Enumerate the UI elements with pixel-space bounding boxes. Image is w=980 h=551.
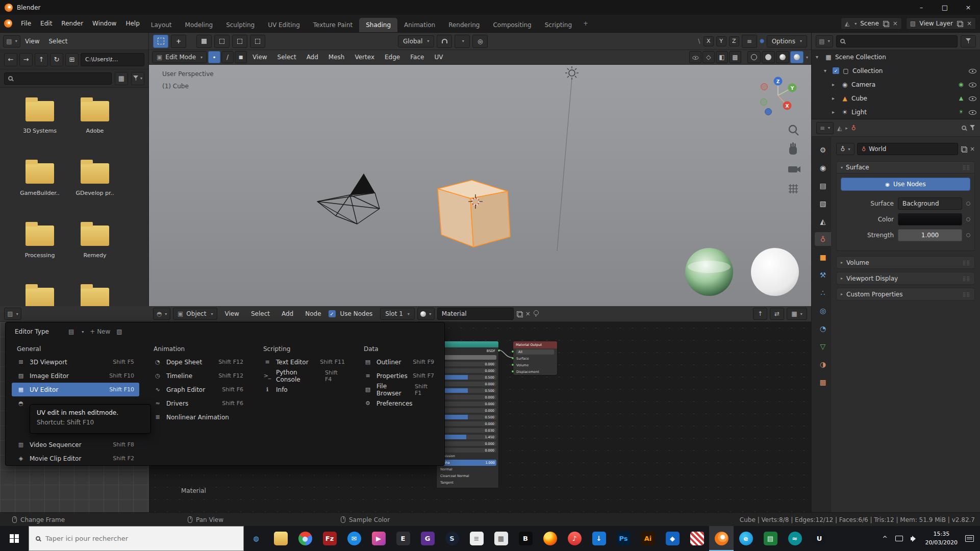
material-shading-button[interactable]	[776, 51, 789, 63]
copy-world-button[interactable]	[961, 146, 967, 153]
properties-tab-particles[interactable]: ∴	[815, 286, 831, 299]
editor-menu-item[interactable]: ℹInfo	[258, 383, 350, 396]
unlink-material-button[interactable]: ×	[525, 310, 531, 317]
properties-tab-output[interactable]: ▤	[815, 179, 831, 192]
properties-tab-world[interactable]: ♁	[815, 232, 831, 246]
material-name-field[interactable]: Material	[437, 308, 514, 320]
viewport-menu[interactable]: UV	[430, 50, 447, 64]
firefox-icon[interactable]	[538, 526, 562, 551]
pan-hand-icon[interactable]	[789, 142, 797, 155]
output-node-row[interactable]: Displacement	[513, 368, 557, 375]
surface-panel-header[interactable]: ▾ Surface ⣿⣿	[836, 161, 975, 173]
outliner-row[interactable]: ▸ ✓ ☀ Light ☀	[812, 105, 980, 119]
steam-icon[interactable]: S	[440, 526, 464, 551]
blue-app-icon[interactable]: ◆	[660, 526, 685, 551]
node-snapping-dropdown[interactable]: ▦▾	[787, 308, 807, 320]
taskbar-clock[interactable]: 15:35 20/03/2020	[925, 530, 958, 547]
maximize-button[interactable]: □	[933, 0, 957, 15]
animate-dot-icon[interactable]	[966, 217, 970, 221]
viewport-menu[interactable]: Add	[302, 50, 323, 64]
editor-menu-item[interactable]: ▥Video SequencerShift F8	[12, 438, 139, 452]
mail-app-icon[interactable]: ✉	[342, 526, 366, 551]
select-mode-extend-button[interactable]	[214, 35, 230, 48]
node-input-row[interactable]: Alpha1.000	[439, 460, 496, 466]
shader-editor-menu[interactable]: Node	[300, 306, 325, 321]
editor-type-button[interactable]: ▨▾	[4, 308, 21, 320]
minimize-button[interactable]: –	[910, 0, 933, 15]
outliner-search-input[interactable]	[836, 35, 958, 47]
folder-item[interactable]: Processing	[12, 218, 67, 281]
collection-checkbox[interactable]: ✓	[833, 67, 839, 74]
workspace-tab[interactable]: Sculpting	[219, 18, 261, 32]
outliner-item-label[interactable]: Camera	[851, 81, 875, 88]
surface-type-dropdown[interactable]: Background	[898, 197, 962, 210]
workspace-tab[interactable]: Modeling	[179, 18, 220, 32]
proportional-editing-button[interactable]: ◎	[472, 35, 488, 48]
menubar-menu[interactable]: Render	[57, 15, 88, 32]
base-color-swatch[interactable]	[439, 355, 496, 360]
menubar-menu[interactable]: File	[16, 15, 36, 32]
path-field[interactable]: C:\Users\t...	[81, 53, 144, 66]
editor-menu-item[interactable]: ⊞3D ViewportShift F5	[12, 355, 139, 369]
node-slider[interactable]: 0.000	[439, 421, 496, 426]
visibility-eye-icon[interactable]	[968, 108, 976, 116]
tweak-tool-button[interactable]: +	[171, 35, 186, 48]
node-slider[interactable]: 0.000	[439, 395, 496, 399]
viewport-scene[interactable]: Z Y X	[149, 65, 811, 306]
snapping-icon-button[interactable]: ≡	[742, 35, 757, 48]
options-dropdown[interactable]: Options▾	[767, 35, 807, 47]
remove-view-layer-button[interactable]: ×	[967, 20, 972, 27]
green-app-icon[interactable]: ▤	[758, 526, 783, 551]
network-icon[interactable]	[895, 536, 903, 541]
properties-tab-view-layer[interactable]: ▧	[815, 196, 831, 210]
forward-button[interactable]: →	[19, 53, 33, 66]
media-app-icon[interactable]: ▶	[366, 526, 391, 551]
folder-item[interactable]: Remedy	[67, 218, 122, 281]
editor-menu-item[interactable]: ▨Image EditorShift F10	[12, 369, 139, 383]
node-slider[interactable]: 0.030	[439, 428, 496, 433]
outliner-item-label[interactable]: Collection	[852, 67, 883, 74]
material-output-node[interactable]: Material Output All Surface Volume	[513, 341, 558, 375]
add-workspace-button[interactable]: +	[579, 15, 593, 32]
editor-menu-item[interactable]: ◔Dope SheetShift F12	[148, 355, 248, 369]
properties-tab-material[interactable]: ◑	[815, 357, 831, 371]
node-slider[interactable]: 1.450	[439, 435, 496, 439]
animate-dot-icon[interactable]	[966, 233, 970, 237]
mirror-axis-toggle[interactable]: Z	[729, 36, 739, 46]
world-name-field[interactable]: ♁ World	[857, 143, 958, 155]
notification-center-icon[interactable]	[965, 535, 974, 542]
show-gizmo-button[interactable]: ◇	[702, 51, 715, 63]
node-slider[interactable]: 0.000	[439, 362, 496, 366]
material-browse-button[interactable]: ▾	[417, 308, 435, 320]
folder-item[interactable]: GameBuilder..	[12, 156, 67, 218]
outliner-row[interactable]: ▾ ✓ ▦ Scene Collection	[812, 50, 980, 64]
grid-ortho-icon[interactable]	[789, 184, 798, 193]
outliner-editor-type-button[interactable]: ▤▾	[816, 35, 833, 47]
shader-editor-menu[interactable]: Select	[246, 306, 274, 321]
node-input-row[interactable]: Normal	[439, 466, 496, 472]
outliner-item-label[interactable]: Light	[851, 109, 867, 116]
shader-editor-type-button[interactable]: ◓▾	[153, 308, 170, 320]
shading-dropdown-icon[interactable]: ▾	[806, 55, 808, 60]
taskbar-search[interactable]	[29, 526, 244, 551]
close-button[interactable]: ×	[957, 0, 980, 15]
outliner-item-label[interactable]: Cube	[851, 95, 867, 102]
expander-icon[interactable]: ▾	[824, 68, 830, 73]
editor-menu-item[interactable]: ◈Movie Clip EditorShift F2	[12, 452, 139, 465]
world-browse-button[interactable]: ♁▾	[836, 143, 855, 155]
solid-shading-button[interactable]	[762, 51, 775, 63]
shader-editor-menu[interactable]: View	[220, 306, 243, 321]
uplay-icon[interactable]: U	[807, 526, 832, 551]
pin-icon[interactable]	[533, 310, 538, 317]
menubar-menu[interactable]: Window	[88, 15, 121, 32]
properties-tab-object[interactable]: ■	[815, 250, 831, 264]
collapsed-panel-header[interactable]: ▸ Viewport Display ⣿⣿	[836, 272, 975, 285]
use-nodes-button[interactable]: ◉ Use Nodes	[841, 178, 970, 191]
node-slider[interactable]: 0.000	[439, 408, 496, 413]
properties-editor-type-button[interactable]: ≡▾	[816, 122, 834, 134]
edge-select-button[interactable]: /	[221, 51, 234, 63]
editor-menu-item[interactable]: ≈DriversShift F6	[148, 396, 248, 410]
expander-icon[interactable]: ▸	[832, 82, 838, 87]
collapsed-panel-header[interactable]: ▸ Volume ⣿⣿	[836, 256, 975, 269]
collapsed-panel-header[interactable]: ▸ Custom Properties ⣿⣿	[836, 288, 975, 300]
